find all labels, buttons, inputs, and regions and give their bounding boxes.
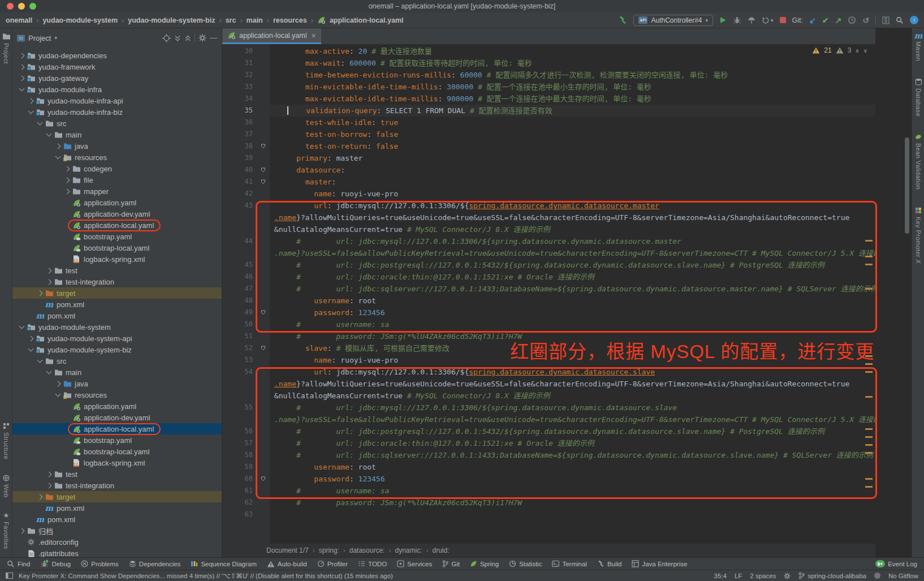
code-line[interactable]: 60 password: 123456: [222, 473, 875, 485]
scrollbar-thumb[interactable]: [905, 137, 909, 234]
tree-expand-icon[interactable]: [53, 382, 62, 386]
code-line[interactable]: .name}?allowMultiQueries=true&useUnicode…: [222, 212, 875, 223]
code-line[interactable]: 43 url: jdbc:mysql://127.0.0.1:3306/${sp…: [222, 200, 875, 212]
code-line[interactable]: 35 validation-query: SELECT 1 FROM DUAL …: [222, 105, 875, 117]
tool-stripe-button-maven[interactable]: mMaven: [914, 33, 923, 61]
tool-window-button-spring[interactable]: Spring: [470, 560, 499, 567]
tree-item[interactable]: application.yaml: [12, 197, 222, 208]
debug-button[interactable]: [733, 16, 741, 24]
tree-expand-icon[interactable]: [26, 337, 35, 341]
tree-expand-icon[interactable]: [17, 54, 26, 58]
tree-item[interactable]: yudao-module-infra-biz: [12, 106, 222, 118]
tree-expand-icon[interactable]: [17, 76, 26, 80]
tree-item[interactable]: file: [12, 174, 222, 186]
breadcrumb-item[interactable]: main: [247, 16, 263, 24]
line-separator[interactable]: LF: [735, 573, 742, 579]
tree-item[interactable]: yudao-module-infra: [12, 84, 222, 95]
code-line[interactable]: 30 max-active: 20 # 最大连接池数量: [222, 45, 875, 57]
prev-problem-icon[interactable]: ∧: [855, 48, 859, 54]
code-line[interactable]: 49 password: 123456: [222, 307, 875, 319]
run-config-selector[interactable]: APIAuthController#4▾: [633, 15, 713, 26]
ide-update-button[interactable]: ↑: [910, 16, 918, 24]
tool-window-button-todo[interactable]: TODO: [358, 560, 387, 567]
tree-collapse-icon[interactable]: [35, 360, 44, 362]
error-stripe-mark[interactable]: [865, 264, 873, 265]
breadcrumb-item[interactable]: yudao-module-system: [42, 16, 118, 24]
tree-item[interactable]: mpom.xml: [12, 502, 222, 514]
tree-item[interactable]: mpom.xml: [12, 514, 222, 525]
expand-all-button[interactable]: [174, 35, 181, 42]
zoom-window-button[interactable]: [29, 3, 36, 10]
tree-collapse-icon[interactable]: [26, 111, 35, 113]
tree-item[interactable]: codegen: [12, 163, 222, 174]
tree-collapse-icon[interactable]: [26, 348, 35, 351]
build-project-button[interactable]: [618, 16, 627, 24]
tree-item[interactable]: bootstrap.yaml: [12, 231, 222, 242]
tree-collapse-icon[interactable]: [53, 394, 62, 396]
code-line[interactable]: 58 # url: jdbc:sqlserver://127.0.0.1:143…: [222, 449, 875, 461]
tool-stripe-button-favorites[interactable]: ★Favorites: [3, 512, 10, 549]
tree-item[interactable]: application-local.yaml: [12, 220, 222, 231]
code-line[interactable]: 54 url: jdbc:mysql://127.0.0.1:3306/${sp…: [222, 366, 875, 378]
tree-item[interactable]: application-dev.yaml: [12, 412, 222, 423]
history-button[interactable]: [848, 16, 856, 24]
gitflow-status[interactable]: No Gitflow: [888, 573, 918, 579]
tree-expand-icon[interactable]: [62, 167, 71, 171]
error-stripe-mark[interactable]: [865, 436, 873, 438]
code-line[interactable]: 47 # url: jdbc:sqlserver://127.0.0.1:143…: [222, 283, 875, 295]
tree-item[interactable]: bootstrap-local.yaml: [12, 242, 222, 253]
error-stripe-mark[interactable]: [865, 396, 873, 398]
editor-tab[interactable]: application-local.yaml ×: [222, 28, 321, 44]
tree-item[interactable]: test-integration: [12, 480, 222, 491]
tool-window-button-terminal[interactable]: Terminal: [552, 560, 586, 567]
tree-expand-icon[interactable]: [35, 291, 44, 295]
tree-item[interactable]: application.yaml: [12, 401, 222, 412]
code-line[interactable]: 32 time-between-eviction-runs-millis: 60…: [222, 69, 875, 81]
tool-window-button-statistic[interactable]: Statistic: [509, 560, 542, 567]
tree-collapse-icon[interactable]: [17, 88, 26, 91]
tree-item[interactable]: src: [12, 355, 222, 367]
error-stripe-mark[interactable]: [865, 428, 873, 430]
code-line[interactable]: 59 username: root: [222, 461, 875, 473]
tool-stripe-button-key-promoter-x[interactable]: Key Promoter X: [915, 207, 922, 264]
toggle-panels-icon[interactable]: [6, 573, 13, 579]
tool-window-button-services[interactable]: Services: [397, 560, 432, 567]
settings-gear-icon[interactable]: [198, 34, 206, 42]
code-line[interactable]: 44 # url: jdbc:mysql://127.0.0.1:3306/${…: [222, 235, 875, 247]
gitflow[interactable]: [874, 573, 880, 579]
code-line[interactable]: 55 # url: jdbc:mysql://127.0.0.1:3306/${…: [222, 402, 875, 414]
indent-style[interactable]: 2 spaces: [750, 573, 776, 579]
tool-window-button-profiler[interactable]: Profiler: [317, 560, 348, 567]
breadcrumb-item[interactable]: resources: [273, 16, 307, 24]
code-line[interactable]: 56 # url: jdbc:postgresql://127.0.0.1:54…: [222, 425, 875, 437]
tree-item[interactable]: resources: [12, 389, 222, 401]
error-stripe-mark[interactable]: [865, 371, 873, 373]
tree-item[interactable]: src: [12, 118, 222, 129]
tree-expand-icon[interactable]: [44, 472, 53, 476]
error-stripe-mark[interactable]: [865, 444, 873, 446]
git-update-button[interactable]: ↙: [809, 16, 816, 24]
tool-stripe-button-database[interactable]: Database: [915, 78, 922, 117]
tree-expand-icon[interactable]: [17, 65, 26, 69]
code-line[interactable]: .name}?allowMultiQueries=true&useUnicode…: [222, 378, 875, 390]
tool-window-button-debug[interactable]: Debug: [40, 560, 71, 568]
tool-window-button-find[interactable]: Find: [7, 560, 30, 568]
tree-item[interactable]: .gitattributes: [12, 548, 222, 557]
tree-item[interactable]: application-dev.yaml: [12, 208, 222, 220]
tool-window-button-event-log[interactable]: 9+Event Log: [875, 560, 918, 567]
search-everywhere-button[interactable]: [896, 16, 904, 24]
tree-item[interactable]: test: [12, 468, 222, 480]
tool-stripe-button-bean-validation[interactable]: Bean Validation: [915, 134, 922, 190]
tree-item[interactable]: java: [12, 140, 222, 152]
code-area[interactable]: 30 max-active: 20 # 最大连接池数量31 max-wait: …: [222, 44, 875, 544]
caret-position[interactable]: 35:4: [714, 573, 727, 579]
tree-collapse-icon[interactable]: [44, 371, 53, 373]
select-opened-file-button[interactable]: [162, 34, 171, 42]
tree-item[interactable]: resources: [12, 152, 222, 163]
tool-window-button-build[interactable]: Build: [597, 560, 622, 567]
tree-expand-icon[interactable]: [26, 99, 35, 103]
close-window-button[interactable]: [7, 3, 14, 10]
tree-expand-icon[interactable]: [62, 178, 71, 182]
tool-window-button-java-enterprise[interactable]: Java Enterprise: [632, 560, 687, 567]
code-line[interactable]: .name}?useSSL=false&allowPublicKeyRetrie…: [222, 414, 875, 425]
